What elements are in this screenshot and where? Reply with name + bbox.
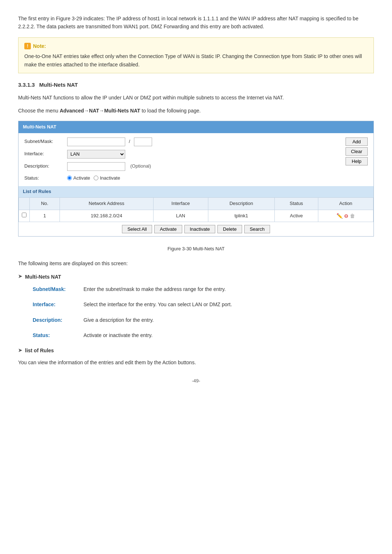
section-label: Multi-Nets NAT: [25, 273, 61, 281]
description-input[interactable]: [67, 162, 125, 171]
table-header-row: No. Network Address Interface Descriptio…: [19, 198, 373, 210]
form-area: Subnet/Mask: / Interface: LAN DMZ Descri…: [19, 133, 373, 186]
note-title: ! Note:: [24, 42, 368, 50]
section-title: Multi-Nets NAT: [39, 82, 78, 88]
row-network-address: 192.168.2.0/24: [60, 210, 153, 222]
desc-item: Description: Give a description for the …: [18, 316, 374, 324]
subnet-input[interactable]: [67, 138, 125, 146]
list-of-rules-header: List of Rules: [19, 186, 373, 197]
note-box: ! Note: One-to-One NAT entries take effe…: [18, 37, 374, 73]
desc-definition-0: Enter the subnet/mask to make the addres…: [83, 285, 374, 293]
interface-select[interactable]: LAN DMZ: [67, 150, 125, 159]
desc-item: Subnet/Mask: Enter the subnet/mask to ma…: [18, 285, 374, 293]
row-action: ✏️ ⊖ 🗑: [318, 210, 373, 222]
list-of-rules-section-title: ➤ list of Rules: [18, 346, 374, 354]
mask-input[interactable]: [134, 138, 152, 146]
description-paragraph: Multi-Nets NAT functions to allow the IP…: [18, 94, 374, 102]
description-row: Description: (Optional): [24, 162, 368, 171]
activate-button[interactable]: Activate: [154, 225, 182, 233]
warning-icon: !: [24, 43, 31, 49]
description-label: Description:: [24, 163, 64, 170]
inactivate-button[interactable]: Inactivate: [184, 225, 216, 233]
activate-label: Activate: [73, 175, 90, 182]
description-items: Subnet/Mask: Enter the subnet/mask to ma…: [18, 285, 374, 340]
row-no: 1: [30, 210, 60, 222]
th-status: Status: [274, 198, 318, 210]
activate-radio-label[interactable]: Activate: [67, 175, 90, 182]
desc-term-3: Status:: [33, 331, 76, 339]
inactivate-label: Inactivate: [100, 175, 120, 182]
section-number: 3.3.1.3: [18, 82, 35, 88]
desc-definition-2: Give a description for the entry.: [83, 316, 374, 324]
delete-icon[interactable]: 🗑: [350, 212, 355, 220]
slash-separator: /: [129, 138, 130, 145]
desc-item: Interface: Select the interface for the …: [18, 300, 374, 308]
status-radio-group: Activate Inactivate: [67, 175, 120, 182]
list-of-rules-label: list of Rules: [25, 346, 54, 354]
th-interface: Interface: [153, 198, 208, 210]
activate-radio[interactable]: [67, 176, 72, 180]
th-description: Description: [208, 198, 274, 210]
subnet-mask-label: Subnet/Mask:: [24, 138, 64, 145]
table-row: 1 192.168.2.0/24 LAN tplink1 Active ✏️ ⊖…: [19, 210, 373, 222]
select-all-button[interactable]: Select All: [122, 225, 152, 233]
row-checkbox-cell[interactable]: [19, 210, 30, 222]
th-action: Action: [318, 198, 373, 210]
optional-text: (Optional): [130, 163, 151, 170]
desc-definition-1: Select the interface for the entry. You …: [83, 300, 374, 308]
interface-label: Interface:: [24, 150, 64, 158]
arrow-icon-2: ➤: [18, 347, 22, 354]
desc-definition-3: Activate or inactivate the entry.: [83, 331, 374, 339]
th-checkbox: [19, 198, 30, 210]
menu-instruction: Choose the menu Advanced→NAT→Multi-Nets …: [18, 107, 374, 115]
desc-term-2: Description:: [33, 316, 76, 324]
menu-path: Advanced→NAT→Multi-Nets NAT: [60, 108, 140, 114]
intro-paragraph: The first entry in Figure 3-29 indicates…: [18, 15, 374, 31]
inactivate-radio-label[interactable]: Inactivate: [94, 175, 120, 182]
row-status: Active: [274, 210, 318, 222]
panel-header: Multi-Nets NAT: [19, 121, 373, 133]
note-label: Note:: [33, 42, 46, 50]
edit-icon[interactable]: ✏️: [336, 212, 343, 220]
clear-button[interactable]: Clear: [346, 147, 368, 156]
help-button[interactable]: Help: [346, 157, 368, 165]
following-items-text: The following items are displayed on thi…: [18, 259, 374, 267]
multi-nets-nat-panel: Multi-Nets NAT Subnet/Mask: / Interface:…: [18, 121, 374, 237]
list-of-rules-desc: You can view the information of the entr…: [18, 358, 374, 366]
page-footer: -49-: [18, 377, 374, 385]
menu-prefix: Choose the menu: [18, 108, 60, 114]
row-description: tplink1: [208, 210, 274, 222]
subnet-mask-row: Subnet/Mask: /: [24, 138, 368, 146]
desc-term-0: Subnet/Mask:: [33, 285, 76, 293]
multi-nets-nat-section: ➤ Multi-Nets NAT Subnet/Mask: Enter the …: [18, 273, 374, 340]
add-button[interactable]: Add: [346, 138, 368, 146]
multi-nets-nat-section-title: ➤ Multi-Nets NAT: [18, 273, 374, 281]
row-checkbox[interactable]: [22, 213, 26, 217]
table-action-buttons: Select All Activate Inactivate Delete Se…: [19, 222, 373, 236]
th-network-address: Network Address: [60, 198, 153, 210]
section-heading: 3.3.1.3 Multi-Nets NAT: [18, 81, 374, 89]
disable-icon[interactable]: ⊖: [344, 212, 348, 220]
inactivate-radio[interactable]: [94, 176, 98, 180]
rules-table: No. Network Address Interface Descriptio…: [19, 197, 373, 222]
status-row: Status: Activate Inactivate: [24, 175, 368, 182]
arrow-icon: ➤: [18, 273, 22, 280]
desc-term-1: Interface:: [33, 300, 76, 308]
row-interface: LAN: [153, 210, 208, 222]
delete-button[interactable]: Delete: [217, 225, 242, 233]
th-no: No.: [30, 198, 60, 210]
figure-caption: Figure 3-30 Multi-Nets NAT: [18, 245, 374, 253]
search-button[interactable]: Search: [244, 225, 270, 233]
page-number: -49-: [192, 378, 200, 383]
desc-item: Status: Activate or inactivate the entry…: [18, 331, 374, 339]
menu-suffix: to load the following page.: [140, 108, 201, 114]
status-label: Status:: [24, 175, 64, 182]
note-text: One-to-One NAT entries take effect only …: [24, 52, 368, 69]
list-of-rules-section: ➤ list of Rules You can view the informa…: [18, 346, 374, 366]
panel-buttons: Add Clear Help: [346, 138, 368, 165]
interface-row: Interface: LAN DMZ: [24, 150, 368, 159]
